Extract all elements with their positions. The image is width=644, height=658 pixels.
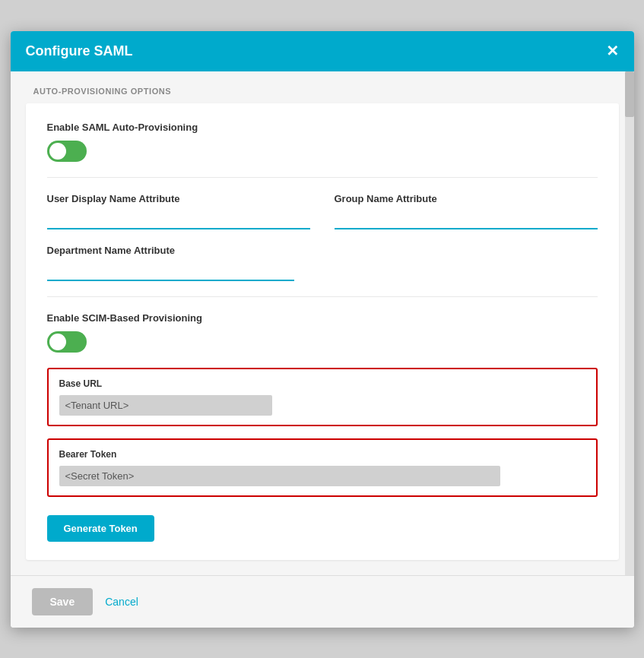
generate-token-button[interactable]: Generate Token [47,515,154,542]
bearer-token-box: Bearer Token [47,438,598,497]
user-display-name-group: User Display Name Attribute [47,193,310,229]
configure-saml-modal: Configure SAML ✕ AUTO-PROVISIONING OPTIO… [11,31,634,628]
fields-row-1: User Display Name Attribute Group Name A… [47,193,598,229]
modal-header: Configure SAML ✕ [11,31,634,71]
modal-body: AUTO-PROVISIONING OPTIONS Enable SAML Au… [11,71,634,575]
bearer-token-label: Bearer Token [59,449,585,460]
scrollbar-track[interactable] [625,71,634,575]
scim-toggle-check-icon: ✓ [52,336,62,348]
scim-toggle-container: ✓ [47,331,598,353]
saml-toggle-container: ✓ [47,141,598,162]
modal-overlay: Configure SAML ✕ AUTO-PROVISIONING OPTIO… [0,0,644,658]
department-name-input[interactable] [47,262,295,281]
scim-provisioning-label: Enable SCIM-Based Provisioning [47,312,598,324]
auto-provisioning-section-label: AUTO-PROVISIONING OPTIONS [11,71,634,103]
modal-scroll-wrapper: AUTO-PROVISIONING OPTIONS Enable SAML Au… [11,71,634,575]
toggle-check-icon: ✓ [52,145,62,157]
user-display-name-label: User Display Name Attribute [47,193,310,204]
group-name-label: Group Name Attribute [335,193,598,204]
modal-title: Configure SAML [26,43,133,59]
scim-toggle-slider: ✓ [47,331,87,353]
saml-auto-provisioning-toggle[interactable]: ✓ [47,141,87,162]
bottom-spacer [11,560,634,575]
user-display-name-input[interactable] [47,210,310,229]
department-name-group: Department Name Attribute [47,245,295,281]
save-button[interactable]: Save [32,588,94,615]
modal-footer: Save Cancel [11,575,634,628]
base-url-box: Base URL [47,368,598,426]
scim-provisioning-toggle[interactable]: ✓ [47,331,87,353]
cancel-button[interactable]: Cancel [105,596,138,608]
auto-provisioning-card: Enable SAML Auto-Provisioning ✓ [26,103,619,560]
divider-1 [47,177,598,178]
group-name-input[interactable] [335,210,598,229]
scrollbar-thumb[interactable] [625,71,634,117]
group-name-group: Group Name Attribute [335,193,598,229]
base-url-input[interactable] [59,395,272,416]
saml-auto-provisioning-label: Enable SAML Auto-Provisioning [47,122,598,133]
department-name-label: Department Name Attribute [47,245,295,256]
base-url-label: Base URL [59,378,585,389]
modal-close-button[interactable]: ✕ [606,43,619,59]
toggle-slider: ✓ [47,141,87,162]
divider-2 [47,296,598,297]
bearer-token-input[interactable] [59,466,500,486]
